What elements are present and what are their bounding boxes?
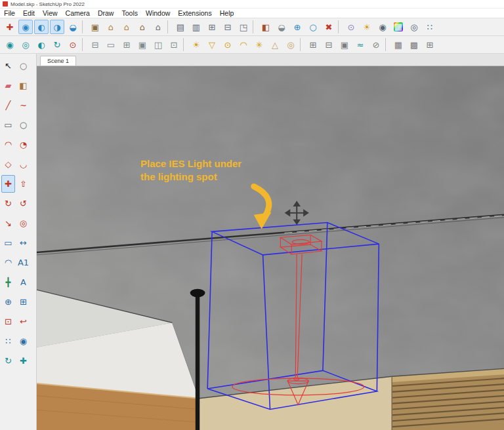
axes-move-icon[interactable]: ✚ — [3, 20, 17, 34]
crop-view-icon[interactable]: ◳ — [236, 20, 251, 34]
toolbar-separator — [82, 20, 86, 33]
viewport-canvas[interactable] — [37, 66, 504, 430]
grid-icon[interactable]: ▦ — [391, 37, 406, 52]
menu-window[interactable]: Window — [142, 9, 174, 17]
menu-help[interactable]: Help — [216, 9, 238, 17]
magnifier-icon[interactable]: ○ — [306, 20, 320, 34]
light-dome-icon[interactable]: ◠ — [236, 37, 251, 52]
paint-tool[interactable]: ◧ — [16, 77, 30, 94]
pin-icon[interactable]: ⊙ — [344, 20, 358, 34]
home-add-icon[interactable]: ⌂ — [119, 20, 134, 34]
target-icon[interactable]: ⊙ — [66, 37, 80, 52]
orbit-tool[interactable]: ↻ — [1, 352, 15, 370]
table-icon[interactable]: ⊞ — [423, 37, 437, 52]
polygon-tool[interactable]: ◇ — [1, 155, 15, 173]
level-icon[interactable]: ⊟ — [88, 37, 102, 52]
menu-camera[interactable]: Camera — [62, 9, 94, 17]
zoom-in-icon[interactable]: ⊕ — [290, 20, 304, 34]
stack-icon[interactable]: ⊞ — [205, 20, 219, 34]
waves-icon[interactable]: ≈ — [353, 37, 368, 52]
grid-2-icon[interactable]: ▩ — [407, 37, 421, 52]
torus-icon[interactable]: ◎ — [284, 37, 298, 52]
eye-icon[interactable]: ◉ — [375, 20, 390, 34]
follow-me-tool[interactable]: ↺ — [16, 195, 30, 212]
push-pull-tool[interactable]: ⇧ — [16, 175, 30, 193]
sun-icon[interactable]: ✳ — [252, 37, 266, 52]
look-around-tool[interactable]: ◉ — [16, 332, 30, 350]
menu-file[interactable]: File — [0, 9, 19, 17]
clip-icon[interactable]: ⊘ — [369, 37, 383, 52]
eye-2-icon[interactable]: ◎ — [407, 20, 421, 34]
rectangle-tool[interactable]: ▭ — [1, 116, 15, 134]
scale-tool[interactable]: ↘ — [1, 214, 15, 232]
menu-view[interactable]: View — [39, 9, 62, 17]
soap-box-2-icon[interactable]: ⊟ — [322, 37, 336, 52]
window-icon[interactable]: ⊞ — [119, 37, 134, 52]
zoom-window-tool[interactable]: ⊞ — [16, 293, 30, 311]
stack-2-icon[interactable]: ⊟ — [220, 20, 235, 34]
scene-tab-bar: Scene 1 — [37, 54, 504, 66]
spray-icon[interactable]: ✖ — [322, 20, 336, 34]
lasso-tool[interactable]: ○ — [16, 57, 30, 75]
zoom-nav-icon[interactable]: ◑ — [50, 20, 64, 34]
zoom-tool[interactable]: ⊕ — [1, 293, 15, 311]
eraser-tool[interactable]: ▰ — [1, 77, 15, 94]
footsteps-icon[interactable]: ∷ — [423, 20, 437, 34]
select-tool[interactable]: ↖ — [1, 57, 15, 75]
light-ies-icon[interactable]: ⊙ — [220, 37, 235, 52]
line-tool[interactable]: ╱ — [1, 96, 15, 114]
arc-tool[interactable]: ◠ — [1, 136, 15, 153]
frame-icon[interactable]: ◫ — [151, 37, 165, 52]
curve-tool[interactable]: ◡ — [16, 155, 30, 173]
dome-icon[interactable]: ◐ — [34, 37, 49, 52]
freehand-tool[interactable]: ∼ — [16, 96, 30, 114]
offset-tool[interactable]: ◎ — [16, 214, 30, 232]
color-swatch-icon[interactable]: ▦ — [391, 20, 406, 34]
pan-tool[interactable]: ✚ — [16, 352, 30, 370]
menu-draw[interactable]: Draw — [94, 9, 118, 17]
menu-tools[interactable]: Tools — [117, 9, 142, 17]
circle-tool[interactable]: ○ — [16, 116, 30, 134]
spin-icon[interactable]: ↻ — [50, 37, 64, 52]
sample-icon[interactable]: ◒ — [274, 20, 289, 34]
light-point-icon[interactable]: ☀ — [189, 37, 203, 52]
toolbar-separator — [82, 38, 86, 51]
scene-tab-1[interactable]: Scene 1 — [40, 56, 76, 66]
walk-tool[interactable]: ∷ — [1, 332, 15, 350]
soap-box-icon[interactable]: ⊞ — [306, 37, 320, 52]
sphere-icon[interactable]: ◎ — [18, 37, 33, 52]
menu-edit[interactable]: Edit — [19, 9, 39, 17]
walk-nav-icon[interactable]: ◒ — [66, 20, 80, 34]
film-panel-2-icon[interactable]: ▥ — [189, 20, 203, 34]
3d-text-tool[interactable]: A — [16, 273, 30, 291]
move-tool[interactable]: ✚ — [1, 175, 15, 193]
tape-measure-tool[interactable]: ▭ — [1, 234, 15, 252]
light-spot-icon[interactable]: ▽ — [205, 37, 219, 52]
orbit-nav-icon[interactable]: ◉ — [18, 20, 33, 34]
home-save-icon[interactable]: ⌂ — [151, 20, 165, 34]
viewport[interactable]: Place IES Light under the lighting spot — [37, 66, 504, 430]
protractor-tool[interactable]: ◠ — [1, 254, 15, 271]
window-2-icon[interactable]: ▣ — [135, 37, 150, 52]
pan-nav-icon[interactable]: ◐ — [34, 20, 49, 34]
axes-tool[interactable]: ╋ — [1, 273, 15, 291]
circle-sphere-icon[interactable]: ◉ — [3, 37, 17, 52]
dimension-tool[interactable]: ↔ — [16, 234, 30, 252]
pie-tool[interactable]: ◔ — [16, 136, 30, 153]
material-icon[interactable]: ◧ — [259, 20, 273, 34]
home-icon[interactable]: ⌂ — [104, 20, 118, 34]
screen-icon[interactable]: ▭ — [104, 37, 118, 52]
previous-view-tool[interactable]: ↩ — [16, 313, 30, 330]
entity-box-icon[interactable]: ▣ — [88, 20, 102, 34]
soap-box-3-icon[interactable]: ▣ — [337, 37, 352, 52]
home-open-icon[interactable]: ⌂ — [135, 20, 150, 34]
film-panel-icon[interactable]: ▤ — [173, 20, 188, 34]
wood-slat-panel — [392, 368, 504, 430]
bulb-icon[interactable]: ☀ — [360, 20, 374, 34]
text-tool[interactable]: A1 — [16, 254, 30, 271]
rotate-tool[interactable]: ↻ — [1, 195, 15, 212]
menu-extensions[interactable]: Extensions — [174, 9, 215, 17]
zoom-extents-tool[interactable]: ⊡ — [1, 313, 15, 330]
lock-panel-icon[interactable]: ⊡ — [167, 37, 181, 52]
cone-icon[interactable]: △ — [268, 37, 282, 52]
